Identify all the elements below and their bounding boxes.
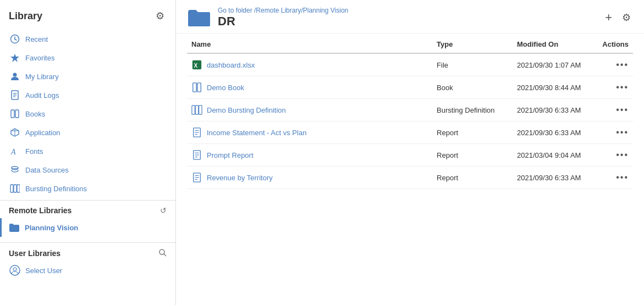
svg-text:X: X <box>194 63 198 69</box>
cell-modified: 2021/09/30 6:33 AM <box>513 121 593 144</box>
cell-modified: 2021/09/30 8:44 AM <box>513 76 593 99</box>
add-icon[interactable]: + <box>603 8 614 27</box>
svg-rect-26 <box>197 83 201 92</box>
table-row: Prompt Report Report 2021/03/04 9:04 AM … <box>187 144 633 167</box>
file-link[interactable]: Income Statement - Act vs Plan <box>191 127 428 138</box>
svg-rect-16 <box>10 185 13 192</box>
svg-rect-25 <box>193 83 196 92</box>
user-libraries-search-icon[interactable] <box>158 248 167 258</box>
svg-rect-18 <box>17 185 20 192</box>
library-settings-icon[interactable]: ⚙ <box>153 8 167 24</box>
svg-line-20 <box>164 254 166 256</box>
cube-icon <box>9 127 21 137</box>
folder-icon-large <box>187 8 211 27</box>
file-name: Income Statement - Act vs Plan <box>207 129 306 137</box>
user-libraries-section: User Libraries Select User <box>0 242 175 279</box>
file-name: dashboard.xlsx <box>207 61 255 69</box>
cell-type: Report <box>432 144 513 167</box>
sidebar-item-data-sources-label: Data Sources <box>25 166 69 174</box>
svg-point-19 <box>159 249 164 254</box>
file-link[interactable]: Revenue by Territory <box>191 172 428 183</box>
col-type: Type <box>432 34 513 53</box>
table-row: X dashboard.xlsx File 2021/09/30 1:07 AM… <box>187 53 633 76</box>
sidebar-item-application-label: Application <box>25 129 60 137</box>
svg-point-15 <box>12 167 18 169</box>
svg-point-4 <box>13 73 17 77</box>
table-row: Demo Bursting Definition Bursting Defini… <box>187 99 633 121</box>
sidebar-item-my-library[interactable]: My Library <box>0 67 175 86</box>
settings-icon[interactable]: ⚙ <box>620 9 633 26</box>
row-actions-button[interactable]: ••• <box>616 127 629 137</box>
bursting-icon <box>9 184 21 193</box>
cell-modified: 2021/03/04 9:04 AM <box>513 144 593 167</box>
font-icon: A <box>9 146 21 156</box>
svg-rect-28 <box>195 106 198 114</box>
sidebar-item-audit-logs[interactable]: Audit Logs <box>0 86 175 104</box>
table-row: Income Statement - Act vs Plan Report 20… <box>187 121 633 144</box>
breadcrumb-link[interactable]: Go to folder /Remote Library/Planning Vi… <box>218 7 348 14</box>
cell-type: File <box>432 53 513 76</box>
star-icon <box>9 53 21 63</box>
book-icon <box>191 82 202 93</box>
file-name: Prompt Report <box>207 151 254 159</box>
sidebar-item-data-sources[interactable]: Data Sources <box>0 160 175 179</box>
sidebar-item-fonts-label: Fonts <box>25 147 43 156</box>
cell-modified: 2021/09/30 6:33 AM <box>513 167 593 189</box>
sidebar-header: Library ⚙ <box>0 0 175 30</box>
cell-name: X dashboard.xlsx <box>187 53 432 76</box>
file-name: Demo Bursting Definition <box>207 106 286 114</box>
report-icon <box>191 149 202 160</box>
row-actions-button[interactable]: ••• <box>616 150 629 159</box>
row-actions-button[interactable]: ••• <box>616 173 629 182</box>
file-link[interactable]: Prompt Report <box>191 149 428 160</box>
sidebar-item-application[interactable]: Application <box>0 123 175 142</box>
file-link[interactable]: Demo Book <box>191 82 428 93</box>
file-name: Revenue by Territory <box>207 174 273 182</box>
sidebar-item-recent[interactable]: Recent <box>0 30 175 48</box>
file-link[interactable]: X dashboard.xlsx <box>191 59 428 70</box>
cell-type: Report <box>432 167 513 189</box>
sidebar-item-audit-logs-label: Audit Logs <box>25 91 59 99</box>
row-actions-button[interactable]: ••• <box>616 105 629 114</box>
sidebar-item-planning-vision[interactable]: Planning Vision <box>0 218 175 237</box>
sidebar-item-favorites[interactable]: Favorites <box>0 48 175 67</box>
user-libraries-title: User Libraries <box>9 249 60 258</box>
sidebar-item-books[interactable]: Books <box>0 104 175 123</box>
svg-rect-9 <box>11 110 14 118</box>
user-icon <box>9 71 21 81</box>
bursting-icon <box>191 104 202 115</box>
cell-type: Bursting Definition <box>432 99 513 121</box>
clock-icon <box>9 34 21 44</box>
row-actions-button[interactable]: ••• <box>616 82 629 92</box>
sidebar-item-my-library-label: My Library <box>25 73 59 81</box>
svg-line-2 <box>15 40 16 41</box>
file-link[interactable]: Demo Bursting Definition <box>191 104 428 115</box>
svg-rect-10 <box>15 110 19 118</box>
main-content: Go to folder /Remote Library/Planning Vi… <box>176 0 644 305</box>
main-header-left: Go to folder /Remote Library/Planning Vi… <box>187 7 348 29</box>
cell-actions: ••• <box>593 53 633 76</box>
main-header: Go to folder /Remote Library/Planning Vi… <box>176 0 644 34</box>
remote-libraries-title: Remote Libraries <box>9 206 71 215</box>
sidebar-item-bursting-definitions[interactable]: Bursting Definitions <box>0 179 175 198</box>
svg-text:A: A <box>10 148 16 156</box>
cell-type: Book <box>432 76 513 99</box>
report-icon <box>191 172 202 183</box>
table-container: Name Type Modified On Actions X dashboar… <box>176 34 644 305</box>
row-actions-button[interactable]: ••• <box>616 60 629 69</box>
cell-modified: 2021/09/30 1:07 AM <box>513 53 593 76</box>
col-modified: Modified On <box>513 34 593 53</box>
cell-actions: ••• <box>593 76 633 99</box>
files-table: Name Type Modified On Actions X dashboar… <box>187 34 633 189</box>
sidebar: Library ⚙ Recent Favorites My Library <box>0 0 176 305</box>
sidebar-item-bursting-definitions-label: Bursting Definitions <box>25 185 87 193</box>
user-circle-icon <box>9 265 21 276</box>
remote-libraries-refresh-icon[interactable]: ↺ <box>160 206 167 215</box>
select-user-item[interactable]: Select User <box>0 262 175 279</box>
user-libraries-header: User Libraries <box>0 243 175 262</box>
col-actions: Actions <box>593 34 633 53</box>
sidebar-item-fonts[interactable]: A Fonts <box>0 142 175 160</box>
header-actions: + ⚙ <box>603 8 633 27</box>
table-row: Revenue by Territory Report 2021/09/30 6… <box>187 167 633 189</box>
excel-icon: X <box>191 59 202 70</box>
